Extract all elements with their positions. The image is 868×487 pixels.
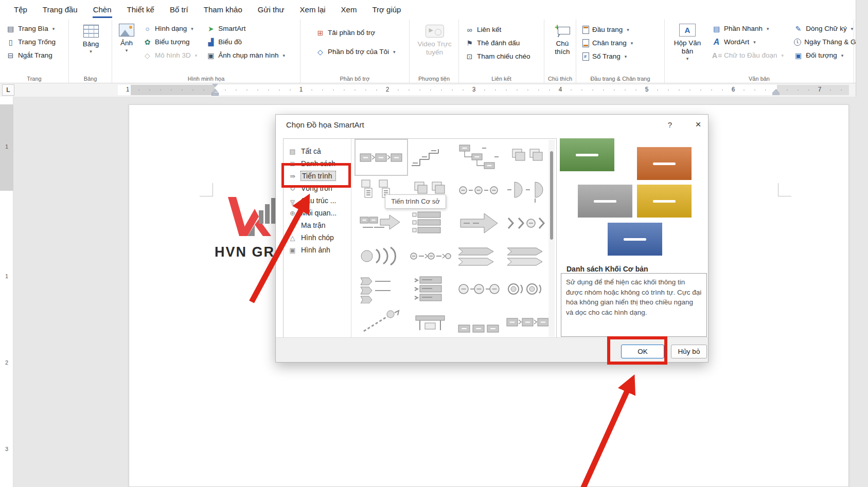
category-icon: ⊞ — [289, 222, 296, 229]
category-icon: ╦ — [289, 197, 296, 205]
chevron-down-icon: ▾ — [126, 48, 128, 53]
smartart-layout-thumbnail[interactable] — [408, 143, 453, 172]
drop-cap-button: A≡Chữ to Đầu đoạn▾ — [710, 49, 786, 62]
smartart-layout-thumbnail[interactable] — [408, 209, 453, 238]
category-item[interactable]: ▣ Hình ảnh — [284, 244, 351, 256]
category-icon: ▣ — [289, 246, 296, 254]
horizontal-ruler[interactable]: 11 23 45 67 — [118, 85, 849, 95]
smartart-layout-thumbnail[interactable] — [408, 275, 453, 303]
smartart-layout-thumbnail[interactable] — [456, 143, 502, 172]
chevron-down-icon: ▾ — [631, 41, 633, 46]
bookmark-button[interactable]: ⚑Thẻ đánh dấu — [463, 37, 533, 49]
smartart-layout-thumbnail[interactable] — [408, 308, 453, 336]
signature-line-button[interactable]: ✎Dòng Chữ ký▾ — [792, 22, 864, 35]
comment-button[interactable]: + Chú thích — [548, 23, 576, 58]
vertical-ruler[interactable]: 11 23 — [0, 97, 13, 487]
3d-models-button: ◇Mô hình 3D▾ — [141, 49, 199, 62]
page-number-button[interactable]: Số Trang▾ — [580, 50, 635, 63]
smartart-layout-thumbnail[interactable] — [505, 275, 551, 303]
chevron-down-icon: ▾ — [782, 53, 784, 58]
cross-reference-button[interactable]: ⊡Tham chiếu chéo — [463, 50, 533, 63]
ribbon-group-text: A Hộp Văn bản ▾ ▤Phần Nhanh▾ AWordArt▾ A… — [665, 20, 854, 83]
smartart-layout-thumbnail[interactable] — [359, 143, 404, 172]
link-button[interactable]: ∞Liên kết — [463, 23, 533, 36]
chevron-down-icon: ▾ — [282, 53, 285, 58]
menu-tab[interactable]: Tệp — [6, 0, 35, 20]
picture-button[interactable]: Ảnh ▾ — [116, 22, 137, 55]
online-video-button: Video Trực tuyến — [414, 23, 455, 58]
smartart-layout-thumbnail[interactable] — [505, 308, 551, 336]
category-item[interactable]: ⊕ Mối quan... — [284, 207, 351, 219]
ruler-row: L 11 23 45 67 — [0, 83, 856, 97]
category-item[interactable]: ⊞ Ma trận — [284, 219, 351, 231]
smartart-button[interactable]: ➤SmartArt — [204, 22, 287, 35]
gray-block — [578, 185, 632, 218]
get-addins-button[interactable]: ⊞Tải phần bổ trợ — [314, 26, 397, 39]
cancel-button[interactable]: Hủy bỏ — [671, 345, 707, 358]
right-indent-marker[interactable] — [772, 89, 780, 95]
category-item[interactable]: ▤ Tất cả — [284, 145, 351, 157]
menu-tab[interactable]: Gửi thư — [250, 0, 292, 20]
gallery-scrollbar[interactable] — [548, 140, 555, 337]
menu-tab[interactable]: Trợ giúp — [364, 0, 409, 20]
comment-icon: + — [555, 25, 570, 37]
close-icon[interactable]: × — [690, 118, 706, 131]
tab-selector[interactable]: L — [2, 84, 14, 96]
my-addins-button[interactable]: ◇Phần bổ trợ của Tôi▾ — [314, 45, 397, 58]
word-window: TệpTrang đầuChènThiết kếBố tríTham khảoG… — [0, 0, 868, 487]
menu-tab[interactable]: Bố trí — [162, 0, 196, 20]
cover-page-button[interactable]: ▤Trang Bìa▾ — [4, 22, 58, 35]
smartart-layout-thumbnail[interactable] — [505, 242, 551, 270]
smartart-layout-thumbnail[interactable] — [505, 176, 551, 205]
chart-button[interactable]: ▟Biểu đồ — [204, 35, 287, 48]
blank-page-button[interactable]: ▯Trang Trống — [4, 35, 58, 48]
menu-tab[interactable]: Chèn — [85, 0, 119, 20]
ribbon-group-media: Video Trực tuyến Phương tiện — [410, 20, 459, 83]
smartart-layout-thumbnail[interactable] — [456, 176, 502, 205]
layout-gallery — [351, 139, 556, 338]
ribbon-group-header-footer: Đầu trang▾ Chân trang▾ Số Trang▾ Đầu tra… — [576, 20, 665, 83]
smartart-layout-thumbnail[interactable] — [456, 242, 502, 270]
scrollbar-thumb[interactable] — [550, 151, 553, 240]
page-break-button[interactable]: ⊟Ngắt Trang — [4, 49, 58, 62]
smartart-layout-thumbnail[interactable] — [359, 275, 404, 303]
header-button[interactable]: Đầu trang▾ — [580, 23, 635, 36]
screenshot-button[interactable]: ▣Ảnh chụp màn hình▾ — [204, 49, 287, 62]
text-box-button[interactable]: A Hộp Văn bản ▾ — [669, 22, 706, 63]
smartart-layout-thumbnail[interactable] — [359, 242, 404, 270]
ribbon: ▤Trang Bìa▾ ▯Trang Trống ⊟Ngắt Trang Tra… — [0, 20, 856, 83]
date-time-button[interactable]: Ngày Tháng & Giờ — [792, 35, 864, 48]
help-button[interactable]: ? — [663, 119, 677, 131]
smartart-layout-thumbnail[interactable] — [505, 209, 551, 238]
ribbon-group-pages: ▤Trang Bìa▾ ▯Trang Trống ⊟Ngắt Trang Tra… — [0, 20, 69, 83]
menu-tab[interactable]: Tham khảo — [196, 0, 250, 20]
menu-tab[interactable]: Xem — [333, 0, 365, 20]
chevron-down-icon: ▾ — [767, 26, 769, 31]
smartart-layout-thumbnail[interactable] — [456, 209, 502, 238]
preview-description: Sử dụng để thể hiện các khối thông tin đ… — [561, 273, 707, 337]
menu-tab[interactable]: Xem lại — [292, 0, 333, 20]
footer-button[interactable]: Chân trang▾ — [580, 37, 635, 49]
3d-model-icon: ◇ — [143, 51, 152, 60]
smartart-layout-thumbnail[interactable] — [456, 275, 502, 303]
indent-marker[interactable] — [211, 84, 219, 96]
smartart-layout-thumbnail[interactable] — [505, 143, 551, 172]
wordart-icon: A — [714, 38, 720, 46]
wordart-button[interactable]: AWordArt▾ — [710, 35, 786, 48]
smartart-layout-thumbnail[interactable] — [359, 308, 404, 336]
smartart-layout-thumbnail[interactable] — [456, 308, 502, 336]
my-addins-icon: ◇ — [316, 48, 325, 56]
category-item[interactable]: △ Hình chóp — [284, 231, 351, 244]
menu-tab[interactable]: Trang đầu — [35, 0, 85, 20]
category-icon: △ — [289, 234, 296, 242]
group-label: Liên kết — [459, 76, 544, 82]
smartart-layout-thumbnail[interactable] — [359, 209, 404, 238]
table-button[interactable]: Bảng ▾ — [80, 23, 102, 56]
icons-button[interactable]: ✿Biểu tượng — [141, 35, 199, 48]
smartart-layout-thumbnail[interactable] — [408, 242, 453, 270]
quick-parts-button[interactable]: ▤Phần Nhanh▾ — [710, 22, 786, 35]
menu-tab[interactable]: Thiết kế — [119, 0, 162, 20]
category-item[interactable]: ╦ Cấu trúc ... — [284, 194, 351, 207]
shapes-button[interactable]: ○Hình dạng▾ — [141, 22, 199, 35]
object-button[interactable]: ▣Đối tượng▾ — [792, 49, 864, 62]
